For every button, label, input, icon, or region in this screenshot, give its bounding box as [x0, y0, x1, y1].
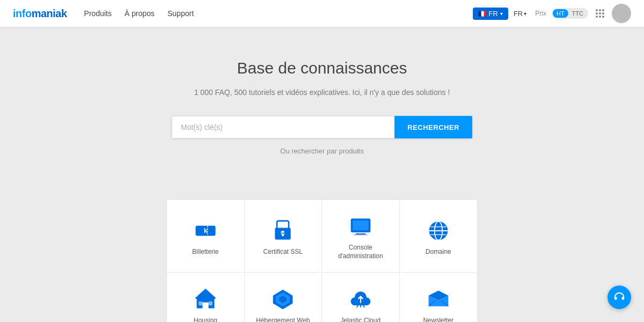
language-button[interactable]: FR ▾: [514, 10, 526, 18]
brand-logo[interactable]: infomaniak: [13, 8, 67, 20]
product-item-jelastic-cloud[interactable]: Jelastic Cloud: [322, 273, 400, 322]
hero-section: Base de connaissances 1 000 FAQ, 500 tut…: [0, 27, 644, 194]
svg-rect-7: [282, 233, 284, 236]
product-item-hebergement-web[interactable]: Hébergement Web: [245, 273, 323, 322]
price-toggle: HT TTC: [552, 8, 588, 19]
product-label-housing: Housing: [194, 317, 217, 322]
product-label-hebergement-web: Hébergement Web: [256, 317, 310, 322]
ssl-icon: [271, 219, 295, 243]
svg-rect-11: [354, 235, 368, 236]
product-label-jelastic-cloud: Jelastic Cloud: [340, 317, 380, 322]
newsletter-icon: [427, 288, 450, 311]
product-item-certificat-ssl[interactable]: Certificat SSL: [245, 200, 323, 273]
chevron-down-icon: ▾: [500, 11, 503, 17]
chevron-down-icon: ▾: [524, 11, 526, 17]
hero-subtitle: 1 000 FAQ, 500 tutoriels et vidéos expli…: [11, 88, 633, 97]
webhosting-icon: [271, 288, 295, 311]
headset-icon: [613, 291, 625, 303]
nav-support[interactable]: Support: [167, 9, 194, 18]
toggle-ht[interactable]: HT: [553, 9, 568, 18]
product-item-console-administration[interactable]: Console d'administration: [322, 200, 400, 273]
language-flag-button[interactable]: 🇫🇷 FR ▾: [473, 8, 508, 20]
product-label-certificat-ssl: Certificat SSL: [264, 248, 303, 257]
product-label-billetterie: Billetterie: [192, 248, 218, 257]
search-bar: RECHERCHER: [172, 116, 472, 138]
product-label-console-administration: Console d'administration: [331, 244, 391, 260]
svg-rect-9: [353, 221, 368, 230]
product-item-newsletter[interactable]: Newsletter: [400, 273, 478, 322]
search-hint: Ou rechercher par produits: [11, 147, 633, 155]
apps-grid-icon[interactable]: [594, 7, 606, 20]
navbar: infomaniak Produits À propos Support 🇫🇷 …: [0, 0, 644, 27]
globe-icon: [427, 219, 450, 243]
product-label-domaine: Domaine: [426, 248, 451, 257]
svg-text:k: k: [203, 226, 207, 234]
cloud-icon: [349, 288, 372, 311]
housing-icon: [194, 288, 217, 311]
svg-rect-17: [199, 302, 202, 305]
ticket-icon: k: [194, 219, 217, 243]
user-avatar[interactable]: [612, 4, 631, 23]
nav-apropos[interactable]: À propos: [125, 9, 155, 18]
nav-produits[interactable]: Produits: [84, 9, 112, 18]
hero-title: Base de connaissances: [11, 59, 633, 77]
nav-links: Produits À propos Support: [84, 9, 473, 18]
console-icon: [349, 215, 372, 238]
flag-icon: 🇫🇷: [478, 10, 487, 18]
toggle-ttc[interactable]: TTC: [568, 9, 587, 18]
products-section: k Billetterie Certificat SSL Console d'a…: [0, 194, 644, 322]
navbar-right: 🇫🇷 FR ▾ FR ▾ Prix HT TTC: [473, 4, 631, 23]
support-fab[interactable]: [608, 286, 631, 309]
products-grid: k Billetterie Certificat SSL Console d'a…: [166, 199, 478, 322]
search-input[interactable]: [172, 116, 394, 138]
product-label-newsletter: Newsletter: [423, 317, 453, 322]
product-item-billetterie[interactable]: k Billetterie: [167, 200, 245, 273]
prix-label: Prix: [535, 10, 546, 17]
svg-rect-18: [208, 302, 212, 305]
product-item-housing[interactable]: Housing: [167, 273, 245, 322]
product-item-domaine[interactable]: Domaine: [400, 200, 478, 273]
search-button[interactable]: RECHERCHER: [394, 116, 472, 138]
